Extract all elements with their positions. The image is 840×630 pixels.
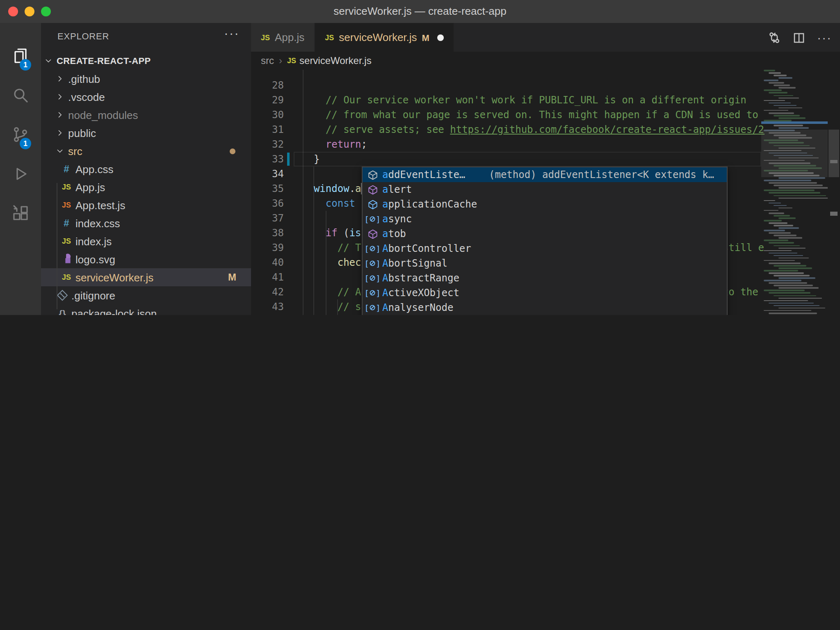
tree-item-app.js[interactable]: JSApp.js	[41, 178, 251, 196]
open-changes-icon[interactable]	[768, 31, 781, 44]
suggestion-AbstractRange[interactable]: [] AbstractRange	[363, 271, 727, 285]
code-line-28[interactable]: 28 // Our service worker won't work if P…	[251, 70, 840, 78]
code-line-33[interactable]: 33	[251, 137, 840, 152]
window-title: serviceWorker.js — create-react-app	[0, 0, 840, 23]
code-line-29[interactable]: 29 // from what our page is served on. T…	[251, 78, 840, 93]
vscode-window: serviceWorker.js — create-react-app 1 1 …	[0, 0, 840, 315]
dirty-indicator[interactable]	[438, 34, 444, 41]
file-icon: #	[60, 162, 73, 176]
js-file-icon: JS	[325, 33, 334, 41]
vertical-scrollbar[interactable]	[828, 70, 840, 315]
scrollbar-handle[interactable]	[829, 130, 839, 177]
tree-item-label: .github	[68, 73, 100, 85]
tree-item-label: .gitignore	[71, 289, 115, 301]
suggestion-label: applicationCache	[382, 199, 477, 210]
tab-serviceWorker.js[interactable]: JS serviceWorker.js M	[315, 23, 455, 52]
suggestion-async[interactable]: [] async	[363, 212, 727, 226]
extensions-icon	[11, 203, 30, 223]
suggestion-alert[interactable]: alert	[363, 182, 727, 197]
breadcrumb[interactable]: src › JS serviceWorker.js	[251, 52, 840, 70]
file-icon: JS	[60, 235, 73, 248]
activity-bar: 1 1	[0, 23, 41, 315]
tree-item-label: node_modules	[68, 109, 138, 121]
code-line-34[interactable]: 34 window.a('load', () => {	[251, 152, 840, 167]
suggestion-AbortSignal[interactable]: [] AbortSignal	[363, 256, 727, 271]
git-modified-badge: M	[228, 272, 236, 283]
tree-item-label: App.js	[75, 181, 105, 193]
code-line-32[interactable]: 32 }	[251, 122, 840, 137]
minimap-slider[interactable]	[761, 130, 828, 177]
tree-item-label: index.css	[75, 217, 120, 229]
more-actions-icon[interactable]: ···	[224, 26, 240, 41]
suggestion-label: AbstractRange	[382, 272, 459, 284]
indent-guide	[56, 183, 57, 309]
activity-run-and-debug[interactable]	[0, 154, 41, 194]
tree-item-label: index.js	[75, 235, 112, 247]
fn-blue-icon	[366, 198, 379, 211]
editor-actions: ···	[768, 23, 832, 52]
tree-item-label: package-lock.json	[71, 307, 157, 315]
tree-item-index.css[interactable]: #index.css	[41, 214, 251, 232]
fn-purple-icon	[366, 227, 379, 240]
tree-item-node_modules[interactable]: node_modules	[41, 106, 251, 124]
tree-item-app.css[interactable]: #App.css	[41, 160, 251, 178]
tree-item-.vscode[interactable]: .vscode	[41, 88, 251, 106]
tree-item-label: public	[68, 127, 96, 139]
file-icon: JS	[60, 180, 73, 194]
tab-App.js[interactable]: JS App.js	[251, 23, 315, 52]
chev-right-icon	[56, 75, 64, 83]
file-icon: JS	[60, 271, 73, 284]
suggestion-atob[interactable]: atob	[363, 226, 727, 241]
code-line-31[interactable]: 31 return;	[251, 107, 840, 122]
sidebar-header: EXPLORER ···	[41, 23, 251, 52]
tree-item-label: src	[68, 145, 82, 157]
chev-down-icon	[56, 147, 64, 155]
suggestion-label: alert	[382, 184, 412, 195]
tree-item-logo.svg[interactable]: logo.svg	[41, 250, 251, 268]
tree-item-.gitignore[interactable]: .gitignore	[41, 286, 251, 304]
tree-item-label: App.test.js	[75, 199, 125, 211]
breadcrumb-folder[interactable]: src	[261, 55, 274, 66]
code-editor[interactable]: 28 // Our service worker won't work if P…	[251, 70, 840, 315]
suggestion-applicationCache[interactable]: applicationCache	[363, 197, 727, 212]
file-icon: JS	[60, 199, 73, 212]
tab-bar: JS App.js JS serviceWorker.js M	[251, 23, 840, 52]
tree-item-app.test.js[interactable]: JSApp.test.js	[41, 196, 251, 214]
minimap[interactable]	[761, 70, 828, 315]
tree-item-src[interactable]: src	[41, 142, 251, 160]
tree-item-create-react-app[interactable]: CREATE-REACT-APP	[41, 52, 251, 70]
tree-item-package-lock.json[interactable]: {}package-lock.json	[41, 304, 251, 315]
intellisense-popup: addEventListe… (method) addEventListener…	[362, 167, 728, 315]
tree-item-label: logo.svg	[75, 253, 115, 265]
suggestion-label: AnalyserNode	[382, 302, 453, 313]
tree-item-label: App.css	[75, 163, 114, 175]
chev-down-icon	[44, 57, 52, 65]
breadcrumb-file[interactable]: serviceWorker.js	[299, 55, 372, 66]
activity-explorer[interactable]: 1	[0, 36, 41, 75]
tree-item-index.js[interactable]: JSindex.js	[41, 232, 251, 250]
tree-item-label: .vscode	[68, 91, 105, 103]
activity-extensions[interactable]	[0, 194, 41, 233]
sidebar-title: EXPLORER	[57, 31, 109, 41]
suggestion-addEventListe…[interactable]: addEventListe… (method) addEventListener…	[363, 167, 727, 182]
badge: 1	[20, 59, 31, 71]
more-actions-icon[interactable]: ···	[817, 30, 832, 44]
activity-search[interactable]	[0, 75, 41, 115]
code-line-30[interactable]: 30 // serve assets; see https://github.c…	[251, 93, 840, 107]
badge: 1	[20, 138, 31, 149]
tree-item-serviceworker.js[interactable]: JSserviceWorker.jsM	[41, 268, 251, 286]
suggestion-AbortController[interactable]: [] AbortController	[363, 241, 727, 256]
minimap-current-line	[761, 121, 828, 124]
suggestion-label: ActiveXObject	[382, 287, 459, 299]
activity-source-control[interactable]: 1	[0, 115, 41, 154]
suggestion-ActiveXObject[interactable]: [] ActiveXObject	[363, 285, 727, 300]
tree-item-.github[interactable]: .github	[41, 70, 251, 88]
js-file-icon: JS	[287, 57, 296, 65]
variable-icon: []	[366, 286, 379, 299]
split-editor-icon[interactable]	[792, 31, 806, 44]
tree-item-public[interactable]: public	[41, 124, 251, 142]
file-tree: CREATE-REACT-APP.github.vscodenode_modul…	[41, 52, 251, 315]
suggestion-AnalyserNode[interactable]: [] AnalyserNode	[363, 300, 727, 315]
chev-right-icon	[56, 93, 64, 101]
suggestion-label: AbortSignal	[382, 258, 447, 269]
